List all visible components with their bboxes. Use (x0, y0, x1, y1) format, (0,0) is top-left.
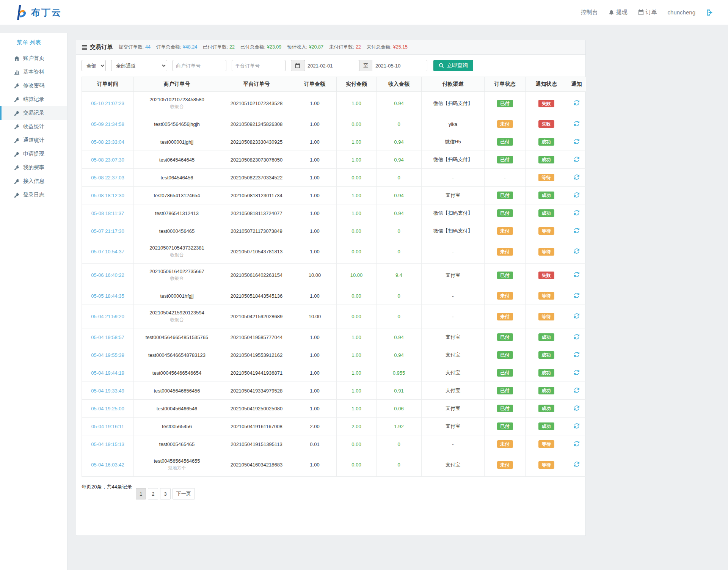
notify-refresh-button[interactable] (574, 139, 579, 144)
notify-refresh-button[interactable] (574, 370, 579, 375)
order-amount: 1.00 (293, 382, 337, 400)
order-time-link[interactable]: 05-04 19:16:11 (91, 424, 124, 429)
sidebar-item-label: 申请提现 (23, 151, 44, 157)
column-header: 通知状态 (526, 77, 567, 92)
nav-console[interactable]: 控制台 (581, 9, 598, 16)
refresh-icon (574, 462, 579, 467)
paid-amount: 1.00 (337, 346, 377, 364)
order-time-link[interactable]: 05-07 21:17:30 (91, 228, 124, 234)
page-button-3[interactable]: 3 (160, 488, 170, 499)
date-to-input[interactable] (372, 60, 427, 71)
order-status-badge: 已付 (497, 272, 513, 279)
order-time-link[interactable]: 05-04 19:15:13 (91, 441, 124, 447)
notify-refresh-button[interactable] (574, 248, 579, 254)
sidebar-item-我的费率[interactable]: 我的费率 (0, 161, 67, 174)
sidebar-item-账户首页[interactable]: 账户首页 (0, 52, 67, 65)
notify-status-badge: 成功 (538, 333, 554, 341)
order-time-link[interactable]: 05-08 23:07:30 (91, 157, 124, 163)
notify-refresh-button[interactable] (574, 121, 579, 126)
sidebar-item-登录日志[interactable]: 登录日志 (0, 188, 67, 202)
notify-refresh-button[interactable] (574, 462, 579, 467)
platform-order-input[interactable] (232, 60, 286, 71)
order-time-link[interactable]: 05-08 23:33:04 (91, 139, 124, 145)
order-time-link[interactable]: 05-04 19:58:57 (91, 334, 124, 340)
sidebar-item-label: 修改密码 (23, 82, 44, 89)
order-status-badge: 已付 (497, 209, 513, 217)
notify-refresh-button[interactable] (574, 210, 579, 215)
table-row: 05-04 19:25:00test0004564665462021050419… (82, 400, 586, 418)
status-select[interactable]: 全部 (82, 60, 106, 71)
search-button[interactable]: 立即查询 (433, 60, 473, 71)
notify-refresh-button[interactable] (574, 228, 579, 233)
notify-refresh-button[interactable] (574, 334, 579, 339)
channel-select[interactable]: 全部通道 (111, 60, 167, 71)
order-time-link[interactable]: 05-09 21:34:58 (91, 121, 124, 127)
pay-channel: 支付宝 (422, 382, 485, 400)
refresh-icon (574, 174, 579, 180)
order-time-link[interactable]: 05-04 19:44:19 (91, 370, 124, 376)
order-status-empty: - (504, 175, 505, 181)
nav-username[interactable]: chuncheng (668, 9, 695, 16)
nav-orders[interactable]: 订单 (638, 9, 657, 16)
notify-refresh-button[interactable] (574, 352, 579, 357)
table-row: 05-04 21:59:2020210504215920123594收银台202… (82, 305, 586, 328)
notify-refresh-button[interactable] (574, 293, 579, 298)
sidebar-item-基本资料[interactable]: 基本资料 (0, 65, 67, 79)
calendar-icon (638, 9, 644, 15)
notify-refresh-button[interactable] (574, 272, 579, 277)
order-time-link[interactable]: 05-08 18:12:30 (91, 193, 124, 198)
notify-refresh-button[interactable] (574, 100, 579, 105)
nav-withdraw[interactable]: 提现 (609, 9, 628, 16)
order-time-link[interactable]: 05-07 10:54:37 (91, 249, 124, 254)
order-time-link[interactable]: 05-04 19:55:39 (91, 352, 124, 358)
page-button-2[interactable]: 2 (148, 488, 158, 499)
logout-button[interactable] (706, 9, 713, 16)
paid-amount: 1.00 (337, 204, 377, 222)
notify-refresh-button[interactable] (574, 157, 579, 162)
notify-refresh-button[interactable] (574, 174, 579, 180)
order-time-link[interactable]: 05-04 19:25:00 (91, 406, 124, 411)
top-nav: 控制台 提现 订单 chuncheng (581, 9, 713, 16)
sidebar-item-通道统计[interactable]: 通道统计 (0, 133, 67, 147)
income-amount: 9.4 (377, 264, 422, 287)
pay-channel: 支付宝 (422, 187, 485, 204)
income-amount: 0 (377, 287, 422, 305)
notify-refresh-button[interactable] (574, 405, 579, 411)
merchant-order-no: 20210507105437322381收银台 (134, 240, 220, 264)
paid-amount: 1.00 (337, 187, 377, 204)
order-time-link[interactable]: 05-05 18:44:35 (91, 293, 124, 299)
sidebar-item-label: 我的费率 (23, 164, 44, 171)
order-time-link[interactable]: 05-08 22:37:03 (91, 175, 124, 181)
page-button-1[interactable]: 1 (136, 488, 146, 499)
panel-title: 交易订单 (82, 44, 113, 51)
notify-refresh-button[interactable] (574, 388, 579, 393)
order-time-link[interactable]: 05-10 21:07:23 (91, 100, 124, 106)
order-time-link[interactable]: 05-04 19:33:49 (91, 388, 124, 394)
refresh-icon (574, 121, 579, 126)
paid-amount: 1.00 (337, 92, 377, 115)
notify-refresh-button[interactable] (574, 441, 579, 446)
sidebar-item-交易记录[interactable]: 交易记录 (0, 106, 67, 120)
stat-item: 已付订单数:22 (203, 44, 235, 50)
order-time-link[interactable]: 05-04 16:03:42 (91, 462, 124, 468)
sidebar-item-收益统计[interactable]: 收益统计 (0, 120, 67, 133)
sidebar-item-修改密码[interactable]: 修改密码 (0, 79, 67, 93)
notify-refresh-button[interactable] (574, 192, 579, 198)
next-page-button[interactable]: 下一页 (173, 488, 195, 499)
sidebar-item-申请提现[interactable]: 申请提现 (0, 147, 67, 161)
order-time-link[interactable]: 05-08 18:11:37 (91, 210, 124, 216)
brand-logo[interactable]: 布丁云 (15, 5, 62, 20)
platform-order-no: 2021050419250025080 (220, 400, 293, 418)
platform-order-no: 2021050419334979528 (220, 382, 293, 400)
sidebar-item-接入信息[interactable]: 接入信息 (0, 174, 67, 188)
order-time-link[interactable]: 05-04 21:59:20 (91, 314, 124, 319)
date-from-input[interactable] (304, 60, 359, 71)
merchant-order-input[interactable] (173, 60, 226, 71)
notify-refresh-button[interactable] (574, 423, 579, 429)
order-time-link[interactable]: 05-06 16:40:22 (91, 272, 124, 278)
stat-label: 预计收入: (287, 44, 307, 50)
sidebar-item-结算记录[interactable]: 结算记录 (0, 93, 67, 106)
notify-refresh-button[interactable] (574, 313, 579, 319)
income-amount: 0 (377, 169, 422, 187)
sidebar-item-label: 基本资料 (23, 69, 44, 75)
